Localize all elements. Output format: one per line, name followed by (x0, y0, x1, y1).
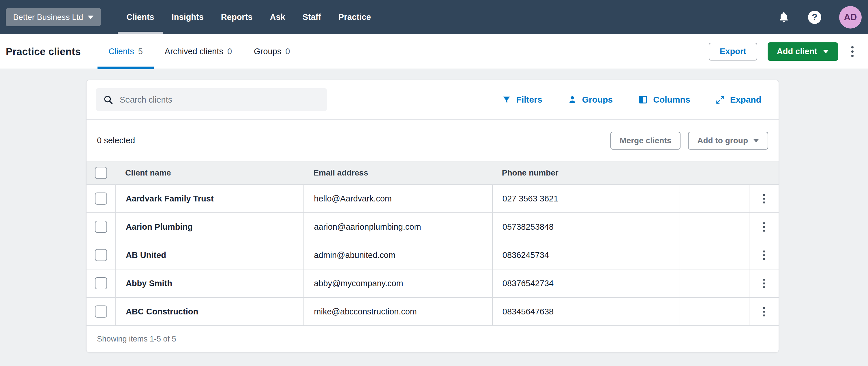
row-overflow-menu-icon[interactable] (760, 303, 769, 320)
help-icon[interactable]: ? (808, 11, 821, 24)
row-overflow-menu-icon[interactable] (760, 247, 769, 263)
topnav-right-group: ? AD (777, 0, 868, 34)
client-name-link[interactable]: Aarion Plumbing (115, 213, 304, 241)
column-header-phone: Phone number (492, 161, 680, 185)
client-name-link[interactable]: ABC Construction (115, 298, 304, 325)
row-checkbox[interactable] (95, 193, 107, 205)
tab-groups-count: 0 (285, 47, 290, 56)
chevron-down-icon (753, 139, 759, 142)
column-header-client-name: Client name (115, 161, 304, 185)
client-phone: 0836245734 (492, 241, 680, 269)
tab-archived-count: 0 (227, 47, 232, 56)
client-email: mike@abcconstruction.com (304, 298, 492, 325)
tab-archived-clients[interactable]: Archived clients 0 (154, 34, 243, 69)
clients-toolbar: Filters Groups Columns Expand (87, 80, 779, 120)
expand-icon (716, 95, 725, 104)
client-phone: 08345647638 (492, 298, 680, 325)
page-header: Practice clients Clients 5 Archived clie… (0, 34, 868, 69)
header-overflow-menu-icon[interactable] (848, 43, 857, 60)
table-header: Client name Email address Phone number (87, 161, 779, 185)
search-icon (103, 95, 113, 105)
selection-bar: 0 selected Merge clients Add to group (87, 120, 779, 161)
empty-cell (680, 298, 749, 325)
empty-cell (680, 241, 749, 269)
org-switcher-button[interactable]: Better Business Ltd (6, 8, 101, 26)
client-phone: 05738253848 (492, 213, 680, 241)
tab-clients-count: 5 (138, 47, 143, 56)
column-header-email: Email address (304, 161, 492, 185)
add-client-button[interactable]: Add client (768, 42, 838, 61)
selection-actions: Merge clients Add to group (611, 132, 768, 149)
empty-cell (680, 185, 749, 212)
tab-clients[interactable]: Clients 5 (97, 34, 154, 69)
row-overflow-menu-icon[interactable] (760, 219, 769, 235)
columns-icon (638, 95, 648, 105)
add-to-group-button[interactable]: Add to group (688, 132, 768, 149)
nav-item-ask[interactable]: Ask (261, 0, 294, 34)
org-name: Better Business Ltd (13, 13, 83, 22)
chevron-down-icon (823, 50, 829, 53)
nav-item-practice[interactable]: Practice (330, 0, 380, 34)
pagination-summary: Showing items 1-5 of 5 (87, 326, 779, 352)
nav-item-clients[interactable]: Clients (118, 0, 163, 34)
export-button[interactable]: Export (709, 43, 757, 61)
columns-button[interactable]: Columns (638, 95, 690, 105)
user-avatar[interactable]: AD (839, 6, 862, 29)
table-row: Aarion Plumbing aarion@aarionplumbing.co… (87, 213, 779, 241)
row-checkbox[interactable] (95, 221, 107, 233)
nav-item-reports[interactable]: Reports (212, 0, 261, 34)
notifications-bell-icon[interactable] (777, 11, 790, 24)
selected-count: 0 selected (97, 136, 135, 145)
nav-item-insights[interactable]: Insights (163, 0, 212, 34)
search-input[interactable] (120, 95, 320, 105)
row-checkbox[interactable] (95, 277, 107, 289)
row-checkbox[interactable] (95, 305, 107, 318)
groups-button[interactable]: Groups (568, 95, 613, 105)
client-name-link[interactable]: Aardvark Family Trust (115, 185, 304, 212)
top-navigation-bar: Better Business Ltd Clients Insights Rep… (0, 0, 868, 34)
table-row: Aardvark Family Trust hello@Aardvark.com… (87, 185, 779, 213)
client-name-link[interactable]: Abby Smith (115, 269, 304, 297)
table-row: ABC Construction mike@abcconstruction.co… (87, 298, 779, 326)
table-row: Abby Smith abby@mycompany.com 0837654273… (87, 269, 779, 298)
page-tabs: Clients 5 Archived clients 0 Groups 0 (97, 34, 301, 69)
client-email: abby@mycompany.com (304, 269, 492, 297)
client-email: admin@abunited.com (304, 241, 492, 269)
select-all-checkbox[interactable] (95, 167, 107, 179)
table-row: AB United admin@abunited.com 0836245734 (87, 241, 779, 269)
chevron-down-icon (88, 15, 93, 19)
toolbar-links: Filters Groups Columns Expand (502, 95, 761, 105)
tab-groups[interactable]: Groups 0 (243, 34, 301, 69)
merge-clients-button[interactable]: Merge clients (611, 132, 681, 149)
row-overflow-menu-icon[interactable] (760, 191, 769, 207)
header-actions: Export Add client (709, 34, 868, 69)
client-email: hello@Aardvark.com (304, 185, 492, 212)
clients-card: Filters Groups Columns Expand 0 selected… (86, 80, 779, 353)
client-phone: 027 3563 3621 (492, 185, 680, 212)
page-title: Practice clients (6, 46, 81, 57)
filter-icon (502, 95, 511, 104)
row-checkbox[interactable] (95, 249, 107, 261)
primary-nav: Clients Insights Reports Ask Staff Pract… (118, 0, 380, 34)
empty-cell (680, 213, 749, 241)
search-box (96, 88, 327, 111)
empty-cell (680, 269, 749, 297)
client-name-link[interactable]: AB United (115, 241, 304, 269)
row-overflow-menu-icon[interactable] (760, 275, 769, 292)
nav-item-staff[interactable]: Staff (294, 0, 330, 34)
client-email: aarion@aarionplumbing.com (304, 213, 492, 241)
client-phone: 08376542734 (492, 269, 680, 297)
filters-button[interactable]: Filters (502, 95, 542, 105)
expand-button[interactable]: Expand (716, 95, 761, 105)
person-icon (568, 95, 577, 104)
